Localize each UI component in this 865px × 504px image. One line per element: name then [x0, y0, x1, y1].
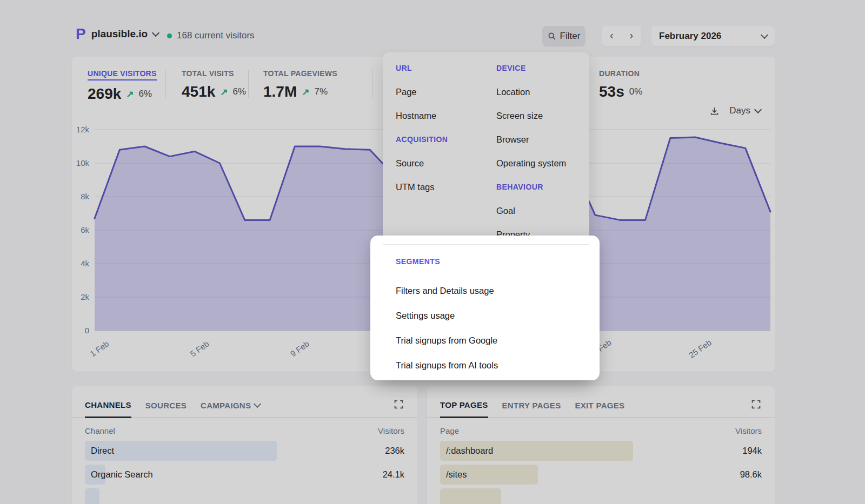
- filter-section-segments: SEGMENTS: [396, 257, 440, 266]
- segments-spotlight: SEGMENTS Filters and Details usage Setti…: [370, 236, 600, 380]
- segments-section: SEGMENTS Filters and Details usage Setti…: [383, 244, 589, 378]
- segment-item[interactable]: Filters and Details usage: [396, 286, 494, 296]
- segment-item[interactable]: Trial signups from Google: [396, 335, 497, 346]
- segment-item[interactable]: Trial signups from AI tools: [396, 360, 498, 371]
- analytics-dashboard: P plausible.io 168 current visitors Filt…: [0, 0, 865, 504]
- segment-item[interactable]: Settings usage: [396, 311, 455, 321]
